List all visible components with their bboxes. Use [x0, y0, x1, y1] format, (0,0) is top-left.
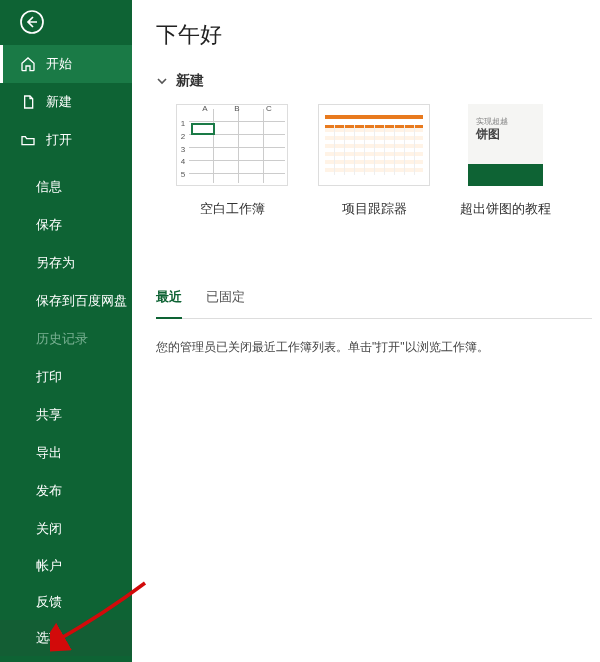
template-thumb: ABC 12345 [176, 104, 288, 186]
nav-info[interactable]: 信息 [0, 168, 132, 206]
sidebar-bottom: 帐户 反馈 选项 [0, 548, 132, 662]
greeting: 下午好 [156, 20, 600, 50]
recent-tabs: 最近 已固定 [156, 288, 592, 319]
template-label: 超出饼图的教程 [460, 200, 551, 218]
nav-print[interactable]: 打印 [0, 358, 132, 396]
section-label: 新建 [176, 72, 204, 90]
nav-label: 保存 [36, 216, 62, 234]
section-new-heading[interactable]: 新建 [156, 72, 600, 90]
nav-new[interactable]: 新建 [0, 83, 132, 121]
nav-home[interactable]: 开始 [0, 45, 132, 83]
nav-label: 选项 [36, 629, 62, 647]
nav-label: 信息 [36, 178, 62, 196]
nav-feedback[interactable]: 反馈 [0, 584, 132, 620]
nav-label: 保存到百度网盘 [36, 292, 127, 310]
back-arrow-icon [20, 10, 44, 37]
nav-save-baidu[interactable]: 保存到百度网盘 [0, 282, 132, 320]
template-pie-tutorial[interactable]: 实现超越 饼图 超出饼图的教程 [460, 104, 551, 218]
tab-pinned[interactable]: 已固定 [206, 288, 245, 310]
template-blank-workbook[interactable]: ABC 12345 空白工作簿 [176, 104, 288, 218]
template-label: 空白工作簿 [200, 200, 265, 218]
template-thumb [318, 104, 430, 186]
folder-open-icon [20, 132, 36, 148]
nav-export[interactable]: 导出 [0, 434, 132, 472]
chevron-down-icon [156, 75, 168, 87]
template-project-tracker[interactable]: 项目跟踪器 [318, 104, 430, 218]
nav-options[interactable]: 选项 [0, 620, 132, 656]
nav-label: 历史记录 [36, 330, 88, 348]
nav-label: 关闭 [36, 520, 62, 538]
nav-label: 导出 [36, 444, 62, 462]
back-button[interactable] [14, 10, 50, 37]
nav-label: 开始 [46, 55, 72, 73]
home-icon [20, 56, 36, 72]
nav-close[interactable]: 关闭 [0, 510, 132, 548]
nav-label: 反馈 [36, 593, 62, 611]
nav-label: 另存为 [36, 254, 75, 272]
nav-label: 打印 [36, 368, 62, 386]
nav-label: 共享 [36, 406, 62, 424]
nav-account[interactable]: 帐户 [0, 548, 132, 584]
nav-save-as[interactable]: 另存为 [0, 244, 132, 282]
nav-label: 打开 [46, 131, 72, 149]
template-gallery: ABC 12345 空白工作簿 项目跟踪器 实现超越 饼图 超出饼图的教程 [156, 104, 600, 218]
nav-label: 新建 [46, 93, 72, 111]
nav-label: 帐户 [36, 557, 62, 575]
recent-disabled-notice: 您的管理员已关闭最近工作簿列表。单击"打开"以浏览工作簿。 [156, 339, 600, 356]
tab-recent[interactable]: 最近 [156, 288, 182, 310]
nav-share[interactable]: 共享 [0, 396, 132, 434]
template-label: 项目跟踪器 [342, 200, 407, 218]
nav-label: 发布 [36, 482, 62, 500]
nav-history: 历史记录 [0, 320, 132, 358]
backstage-sidebar: 开始 新建 打开 信息 保存 另存为 保存到百度网盘 历史记录 打印 共享 [0, 0, 132, 662]
nav-save[interactable]: 保存 [0, 206, 132, 244]
backstage-content: 下午好 新建 ABC 12345 空白工作簿 项目跟踪器 实现超越 [132, 0, 600, 662]
template-thumb: 实现超越 饼图 [468, 104, 543, 186]
file-icon [20, 94, 36, 110]
nav-open[interactable]: 打开 [0, 121, 132, 159]
nav-publish[interactable]: 发布 [0, 472, 132, 510]
